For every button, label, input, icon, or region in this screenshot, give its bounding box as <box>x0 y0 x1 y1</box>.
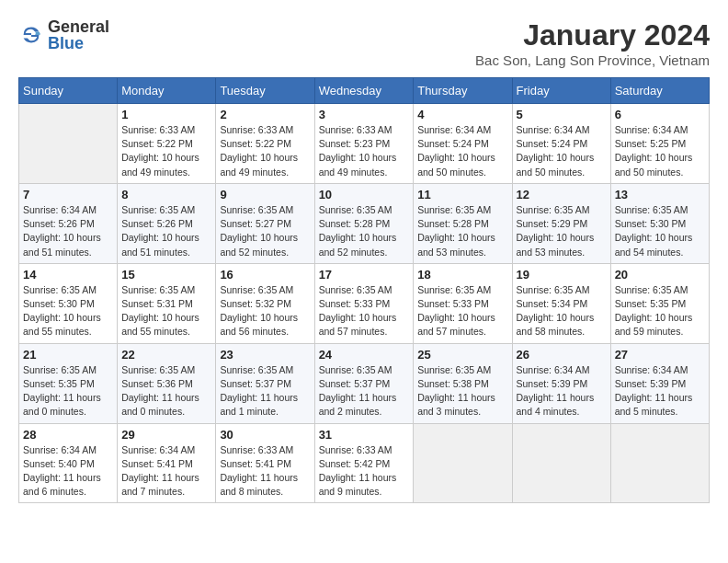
page-subtitle: Bac Son, Lang Son Province, Vietnam <box>475 52 710 68</box>
day-number: 22 <box>121 348 211 362</box>
day-number: 16 <box>220 268 310 282</box>
calendar-cell: 19Sunrise: 6:35 AM Sunset: 5:34 PM Dayli… <box>512 263 610 343</box>
week-row-4: 21Sunrise: 6:35 AM Sunset: 5:35 PM Dayli… <box>19 343 710 423</box>
week-row-2: 7Sunrise: 6:34 AM Sunset: 5:26 PM Daylig… <box>19 183 710 263</box>
calendar-cell <box>610 423 709 503</box>
page-title: January 2024 <box>475 18 710 52</box>
day-number: 30 <box>220 428 310 442</box>
calendar-cell: 3Sunrise: 6:33 AM Sunset: 5:23 PM Daylig… <box>314 104 414 184</box>
week-row-5: 28Sunrise: 6:34 AM Sunset: 5:40 PM Dayli… <box>19 423 710 503</box>
day-number: 12 <box>517 188 607 201</box>
day-number: 28 <box>23 428 113 442</box>
day-info: Sunrise: 6:34 AM Sunset: 5:26 PM Dayligh… <box>23 203 113 259</box>
day-number: 2 <box>220 108 310 121</box>
week-row-1: 1Sunrise: 6:33 AM Sunset: 5:22 PM Daylig… <box>19 104 710 184</box>
day-info: Sunrise: 6:34 AM Sunset: 5:39 PM Dayligh… <box>517 363 607 419</box>
calendar-cell: 9Sunrise: 6:35 AM Sunset: 5:27 PM Daylig… <box>216 183 314 263</box>
day-info: Sunrise: 6:34 AM Sunset: 5:40 PM Dayligh… <box>23 443 113 500</box>
header-day-friday: Friday <box>512 78 610 104</box>
calendar-cell: 16Sunrise: 6:35 AM Sunset: 5:32 PM Dayli… <box>216 263 314 343</box>
header-day-wednesday: Wednesday <box>314 78 414 104</box>
day-info: Sunrise: 6:35 AM Sunset: 5:28 PM Dayligh… <box>417 203 507 259</box>
day-info: Sunrise: 6:33 AM Sunset: 5:42 PM Dayligh… <box>319 443 410 500</box>
day-number: 31 <box>319 428 410 442</box>
calendar-cell: 30Sunrise: 6:33 AM Sunset: 5:41 PM Dayli… <box>216 423 314 503</box>
calendar-cell: 11Sunrise: 6:35 AM Sunset: 5:28 PM Dayli… <box>414 183 512 263</box>
header-day-sunday: Sunday <box>19 78 118 104</box>
day-info: Sunrise: 6:34 AM Sunset: 5:24 PM Dayligh… <box>417 123 507 179</box>
day-info: Sunrise: 6:35 AM Sunset: 5:37 PM Dayligh… <box>220 363 310 419</box>
calendar-cell: 18Sunrise: 6:35 AM Sunset: 5:33 PM Dayli… <box>414 263 512 343</box>
day-number: 19 <box>517 268 607 282</box>
calendar-header: SundayMondayTuesdayWednesdayThursdayFrid… <box>19 78 710 104</box>
calendar-cell: 21Sunrise: 6:35 AM Sunset: 5:35 PM Dayli… <box>19 343 118 423</box>
calendar-cell: 6Sunrise: 6:34 AM Sunset: 5:25 PM Daylig… <box>610 104 709 184</box>
day-info: Sunrise: 6:35 AM Sunset: 5:30 PM Dayligh… <box>23 283 113 339</box>
day-number: 24 <box>319 348 410 362</box>
day-number: 14 <box>23 268 113 282</box>
day-info: Sunrise: 6:35 AM Sunset: 5:30 PM Dayligh… <box>615 203 705 259</box>
logo-icon <box>18 22 44 48</box>
day-info: Sunrise: 6:33 AM Sunset: 5:23 PM Dayligh… <box>319 123 410 179</box>
day-number: 4 <box>417 108 507 121</box>
day-number: 17 <box>319 268 410 282</box>
calendar-cell: 22Sunrise: 6:35 AM Sunset: 5:36 PM Dayli… <box>118 343 216 423</box>
calendar-cell: 4Sunrise: 6:34 AM Sunset: 5:24 PM Daylig… <box>414 104 512 184</box>
day-info: Sunrise: 6:33 AM Sunset: 5:22 PM Dayligh… <box>121 123 211 179</box>
day-number: 20 <box>615 268 705 282</box>
calendar-cell: 28Sunrise: 6:34 AM Sunset: 5:40 PM Dayli… <box>19 423 118 503</box>
calendar-cell: 14Sunrise: 6:35 AM Sunset: 5:30 PM Dayli… <box>19 263 118 343</box>
day-number: 5 <box>517 108 607 121</box>
day-info: Sunrise: 6:35 AM Sunset: 5:38 PM Dayligh… <box>417 363 507 419</box>
day-number: 29 <box>121 428 211 442</box>
day-number: 21 <box>23 348 113 362</box>
day-info: Sunrise: 6:34 AM Sunset: 5:25 PM Dayligh… <box>615 123 705 179</box>
logo-general: General <box>48 18 109 35</box>
header-day-monday: Monday <box>118 78 216 104</box>
day-number: 27 <box>615 348 705 362</box>
day-number: 10 <box>319 188 410 201</box>
day-info: Sunrise: 6:35 AM Sunset: 5:32 PM Dayligh… <box>220 283 310 339</box>
calendar-cell: 27Sunrise: 6:34 AM Sunset: 5:39 PM Dayli… <box>610 343 709 423</box>
calendar-cell: 17Sunrise: 6:35 AM Sunset: 5:33 PM Dayli… <box>314 263 414 343</box>
header-day-saturday: Saturday <box>610 78 709 104</box>
title-block: January 2024 Bac Son, Lang Son Province,… <box>475 18 710 68</box>
day-info: Sunrise: 6:35 AM Sunset: 5:27 PM Dayligh… <box>220 203 310 259</box>
calendar-cell: 24Sunrise: 6:35 AM Sunset: 5:37 PM Dayli… <box>314 343 414 423</box>
day-info: Sunrise: 6:35 AM Sunset: 5:35 PM Dayligh… <box>615 283 705 339</box>
calendar-cell: 20Sunrise: 6:35 AM Sunset: 5:35 PM Dayli… <box>610 263 709 343</box>
day-info: Sunrise: 6:34 AM Sunset: 5:41 PM Dayligh… <box>121 443 211 500</box>
day-number: 9 <box>220 188 310 201</box>
calendar-cell: 25Sunrise: 6:35 AM Sunset: 5:38 PM Dayli… <box>414 343 512 423</box>
logo-blue: Blue <box>48 35 109 52</box>
calendar-cell: 15Sunrise: 6:35 AM Sunset: 5:31 PM Dayli… <box>118 263 216 343</box>
day-info: Sunrise: 6:35 AM Sunset: 5:35 PM Dayligh… <box>23 363 113 419</box>
logo: General Blue <box>18 18 109 52</box>
calendar-table: SundayMondayTuesdayWednesdayThursdayFrid… <box>18 77 710 503</box>
day-number: 13 <box>615 188 705 201</box>
calendar-body: 1Sunrise: 6:33 AM Sunset: 5:22 PM Daylig… <box>19 104 710 503</box>
header-day-thursday: Thursday <box>414 78 512 104</box>
logo-text: General Blue <box>48 18 109 52</box>
calendar-cell: 31Sunrise: 6:33 AM Sunset: 5:42 PM Dayli… <box>314 423 414 503</box>
day-number: 1 <box>121 108 211 121</box>
day-number: 11 <box>417 188 507 201</box>
calendar-cell: 12Sunrise: 6:35 AM Sunset: 5:29 PM Dayli… <box>512 183 610 263</box>
day-info: Sunrise: 6:35 AM Sunset: 5:36 PM Dayligh… <box>121 363 211 419</box>
day-number: 23 <box>220 348 310 362</box>
calendar-cell: 10Sunrise: 6:35 AM Sunset: 5:28 PM Dayli… <box>314 183 414 263</box>
calendar-cell: 23Sunrise: 6:35 AM Sunset: 5:37 PM Dayli… <box>216 343 314 423</box>
day-info: Sunrise: 6:35 AM Sunset: 5:28 PM Dayligh… <box>319 203 410 259</box>
day-info: Sunrise: 6:35 AM Sunset: 5:33 PM Dayligh… <box>417 283 507 339</box>
header-row: SundayMondayTuesdayWednesdayThursdayFrid… <box>19 78 710 104</box>
day-number: 26 <box>517 348 607 362</box>
day-info: Sunrise: 6:34 AM Sunset: 5:24 PM Dayligh… <box>517 123 607 179</box>
calendar-cell: 1Sunrise: 6:33 AM Sunset: 5:22 PM Daylig… <box>118 104 216 184</box>
week-row-3: 14Sunrise: 6:35 AM Sunset: 5:30 PM Dayli… <box>19 263 710 343</box>
day-info: Sunrise: 6:35 AM Sunset: 5:33 PM Dayligh… <box>319 283 410 339</box>
header-day-tuesday: Tuesday <box>216 78 314 104</box>
day-info: Sunrise: 6:33 AM Sunset: 5:41 PM Dayligh… <box>220 443 310 500</box>
day-info: Sunrise: 6:35 AM Sunset: 5:29 PM Dayligh… <box>517 203 607 259</box>
page-header: General Blue January 2024 Bac Son, Lang … <box>18 18 710 68</box>
day-number: 18 <box>417 268 507 282</box>
